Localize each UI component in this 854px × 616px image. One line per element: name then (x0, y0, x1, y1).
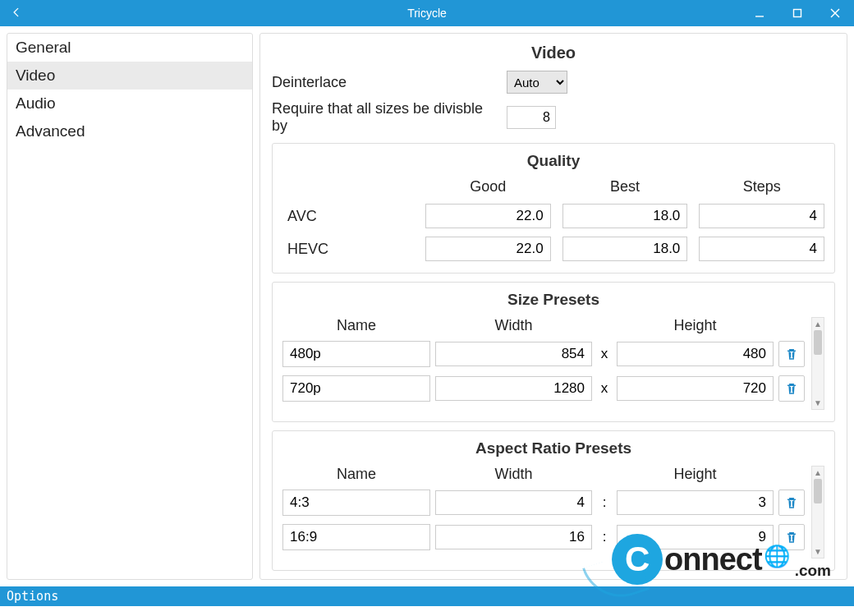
divisible-input[interactable] (507, 106, 556, 129)
aspect-separator: : (597, 529, 612, 545)
trash-icon (784, 381, 799, 396)
trash-icon (784, 347, 799, 361)
window-title: Tricycle (407, 7, 447, 20)
size-header-width: Width (435, 317, 592, 334)
aspect-width-input[interactable] (435, 525, 592, 549)
size-header-height: Height (617, 317, 774, 334)
aspect-name-input[interactable] (282, 524, 430, 550)
minimize-button[interactable] (741, 0, 778, 26)
size-presets-scrollbar[interactable]: ▲ ▼ (811, 317, 824, 410)
size-preset-row: x (282, 341, 806, 367)
quality-panel: Quality Good Best Steps AVC HEVC (272, 143, 835, 274)
size-height-input[interactable] (617, 376, 774, 401)
statusbar-label: Options (7, 589, 58, 604)
page-title: Video (272, 44, 835, 62)
size-name-input[interactable] (282, 375, 430, 402)
size-presets-title: Size Presets (282, 291, 824, 309)
size-separator: x (597, 346, 612, 362)
aspect-header-width: Width (435, 466, 592, 483)
back-button[interactable] (0, 5, 33, 22)
divisible-label: Require that all sizes be divisble by (272, 100, 498, 135)
size-presets-panel: Size Presets Name Width Height x (272, 282, 835, 422)
hevc-good-input[interactable] (425, 237, 551, 261)
deinterlace-row: Deinterlace Auto (272, 71, 835, 94)
chevron-left-icon (11, 7, 22, 18)
avc-good-input[interactable] (425, 204, 551, 228)
size-separator: x (597, 380, 612, 397)
scroll-up-icon[interactable]: ▲ (814, 468, 822, 477)
hevc-steps-input[interactable] (699, 237, 824, 261)
aspect-height-input[interactable] (617, 490, 774, 515)
trash-icon (784, 495, 799, 510)
maximize-icon (792, 8, 802, 18)
deinterlace-label: Deinterlace (272, 74, 498, 91)
aspect-width-input[interactable] (435, 490, 592, 515)
avc-steps-input[interactable] (699, 204, 824, 228)
aspect-preset-row: : (282, 524, 806, 550)
aspect-header-name: Name (282, 466, 430, 483)
scroll-down-icon[interactable]: ▼ (814, 398, 822, 407)
sidebar-item-video[interactable]: Video (7, 62, 252, 90)
window-body: General Video Audio Advanced Video Deint… (0, 26, 854, 586)
quality-codec-avc: AVC (282, 208, 414, 225)
quality-header-good: Good (425, 178, 551, 195)
size-header-name: Name (282, 317, 430, 334)
aspect-name-input[interactable] (282, 490, 430, 516)
aspect-preset-row: : (282, 490, 806, 516)
scroll-thumb[interactable] (814, 479, 822, 503)
deinterlace-select[interactable]: Auto (507, 71, 567, 94)
window-controls (741, 0, 854, 26)
aspect-presets-title: Aspect Ratio Presets (282, 439, 824, 457)
quality-header-steps: Steps (699, 178, 824, 195)
size-preset-row: x (282, 375, 806, 402)
aspect-separator: : (597, 494, 612, 511)
svg-rect-1 (794, 10, 801, 17)
size-width-input[interactable] (435, 342, 592, 366)
size-height-input[interactable] (617, 342, 774, 366)
aspect-presets-scrollbar[interactable]: ▲ ▼ (811, 466, 824, 559)
size-width-input[interactable] (435, 376, 592, 401)
delete-size-preset-button[interactable] (778, 341, 805, 367)
sidebar-item-audio[interactable]: Audio (7, 90, 252, 117)
sidebar-item-advanced[interactable]: Advanced (7, 117, 252, 145)
aspect-presets-panel: Aspect Ratio Presets Name Width Height : (272, 430, 835, 571)
delete-aspect-preset-button[interactable] (778, 524, 805, 550)
quality-codec-hevc: HEVC (282, 241, 414, 258)
delete-size-preset-button[interactable] (778, 375, 805, 402)
scroll-thumb[interactable] (814, 330, 822, 355)
main-panel: Video Deinterlace Auto Require that all … (259, 33, 847, 580)
avc-best-input[interactable] (562, 204, 688, 228)
close-icon (830, 8, 840, 18)
size-presets-header: Name Width Height (282, 317, 806, 334)
divisible-row: Require that all sizes be divisble by (272, 100, 835, 135)
quality-grid: Good Best Steps AVC HEVC (282, 178, 824, 261)
statusbar: Options (0, 586, 854, 606)
aspect-header-height: Height (617, 466, 774, 483)
aspect-height-input[interactable] (617, 525, 774, 549)
hevc-best-input[interactable] (562, 237, 688, 261)
maximize-button[interactable] (778, 0, 816, 26)
close-button[interactable] (816, 0, 854, 26)
quality-header-best: Best (562, 178, 688, 195)
aspect-presets-header: Name Width Height (282, 466, 806, 483)
trash-icon (784, 530, 799, 545)
minimize-icon (755, 8, 764, 18)
sidebar-item-general[interactable]: General (7, 34, 252, 62)
quality-title: Quality (282, 152, 824, 170)
delete-aspect-preset-button[interactable] (778, 490, 805, 516)
scroll-down-icon[interactable]: ▼ (814, 547, 822, 556)
sidebar: General Video Audio Advanced (7, 33, 253, 580)
size-name-input[interactable] (282, 341, 430, 367)
titlebar: Tricycle (0, 0, 854, 26)
scroll-up-icon[interactable]: ▲ (814, 319, 822, 329)
